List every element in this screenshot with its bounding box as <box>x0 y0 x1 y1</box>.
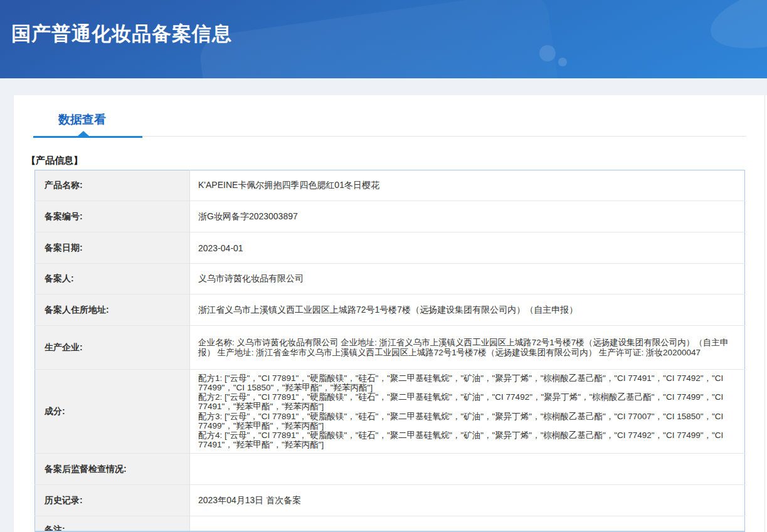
table-row-registrant-address: 备案人住所地址: 浙江省义乌市上溪镇义西工业园区上城路72号1号楼7楼（远扬建设… <box>35 295 745 326</box>
table-row-record-date: 备案日期: 2023-04-01 <box>35 232 745 264</box>
row-label: 成分: <box>35 370 190 454</box>
row-value: 义乌市诗茵化妆品有限公司 <box>190 264 745 295</box>
formula-line: 配方2: ["云母"，"CI 77891"，"硬脂酸镁"，"硅石"，"聚二甲基硅… <box>198 392 736 411</box>
row-value: 浙江省义乌市上溪镇义西工业园区上城路72号1号楼7楼（远扬建设集团有限公司内）（… <box>190 295 745 326</box>
row-value: 浙G妆网备字2023003897 <box>190 201 745 232</box>
formula-line: 配方4: ["云母"，"CI 77891"，"硬脂酸镁"，"硅石"，"聚二甲基硅… <box>198 430 736 449</box>
header-decoration <box>198 0 568 78</box>
table-row-supervision-check: 备案后监督检查情况: <box>35 454 745 485</box>
page-title: 国产普通化妆品备案信息 <box>11 21 232 47</box>
header-decoration-dot <box>558 58 567 66</box>
tab-active-indicator <box>33 136 142 138</box>
table-row-history: 历史记录: 2023年04月13日 首次备案 <box>35 485 745 516</box>
product-info-table: 产品名称: K'APEINE卡佩尔拥抱四季四色腮红01冬日樱花 备案编号: 浙G… <box>34 170 745 532</box>
row-label: 产品名称: <box>35 170 190 201</box>
row-value: 配方1: ["云母"，"CI 77891"，"硬脂酸镁"，"硅石"，"聚二甲基硅… <box>190 370 745 454</box>
row-label: 备案后监督检查情况: <box>35 454 190 485</box>
table-row-registrant: 备案人: 义乌市诗茵化妆品有限公司 <box>35 264 745 295</box>
scrollbar-track <box>764 95 765 532</box>
row-value <box>190 454 745 485</box>
table-row-ingredients: 成分: 配方1: ["云母"，"CI 77891"，"硬脂酸镁"，"硅石"，"聚… <box>35 370 745 454</box>
header-decoration <box>704 0 767 61</box>
row-label: 备注: <box>35 516 190 532</box>
row-value: 2023-04-01 <box>190 232 745 264</box>
page-header: 国产普通化妆品备案信息 <box>0 0 767 78</box>
header-decoration-dot <box>539 45 556 61</box>
row-label: 历史记录: <box>35 485 190 516</box>
row-label: 备案编号: <box>35 201 190 232</box>
tab-data-view[interactable]: 数据查看 <box>58 112 106 128</box>
formula-line: 配方1: ["云母"，"CI 77891"，"硬脂酸镁"，"硅石"，"聚二甲基硅… <box>198 373 736 392</box>
row-value: 企业名称: 义乌市诗茵化妆品有限公司 企业地址: 浙江省义乌市上溪镇义西工业园区… <box>190 326 745 370</box>
row-label: 备案日期: <box>35 232 190 264</box>
row-label: 备案人: <box>35 264 190 295</box>
content-card: 数据查看 【产品信息】 产品名称: K'APEINE卡佩尔拥抱四季四色腮红01冬… <box>14 95 767 532</box>
table-row-manufacturer: 生产企业: 企业名称: 义乌市诗茵化妆品有限公司 企业地址: 浙江省义乌市上溪镇… <box>35 326 745 370</box>
table-row-remarks: 备注: <box>35 516 745 532</box>
row-value: K'APEINE卡佩尔拥抱四季四色腮红01冬日樱花 <box>190 170 745 201</box>
tab-active-caret <box>78 131 89 136</box>
table-row-product-name: 产品名称: K'APEINE卡佩尔拥抱四季四色腮红01冬日樱花 <box>35 170 745 201</box>
formula-line: 配方3: ["云母"，"CI 77891"，"硬脂酸镁"，"硅石"，"聚二甲基硅… <box>198 412 736 430</box>
row-label: 生产企业: <box>35 326 190 370</box>
row-value <box>190 516 745 532</box>
table-row-record-number: 备案编号: 浙G妆网备字2023003897 <box>35 201 745 232</box>
row-value: 2023年04月13日 首次备案 <box>190 485 745 516</box>
section-title-product-info: 【产品信息】 <box>26 155 767 167</box>
tab-bar: 数据查看 <box>33 112 746 137</box>
row-label: 备案人住所地址: <box>35 295 190 326</box>
